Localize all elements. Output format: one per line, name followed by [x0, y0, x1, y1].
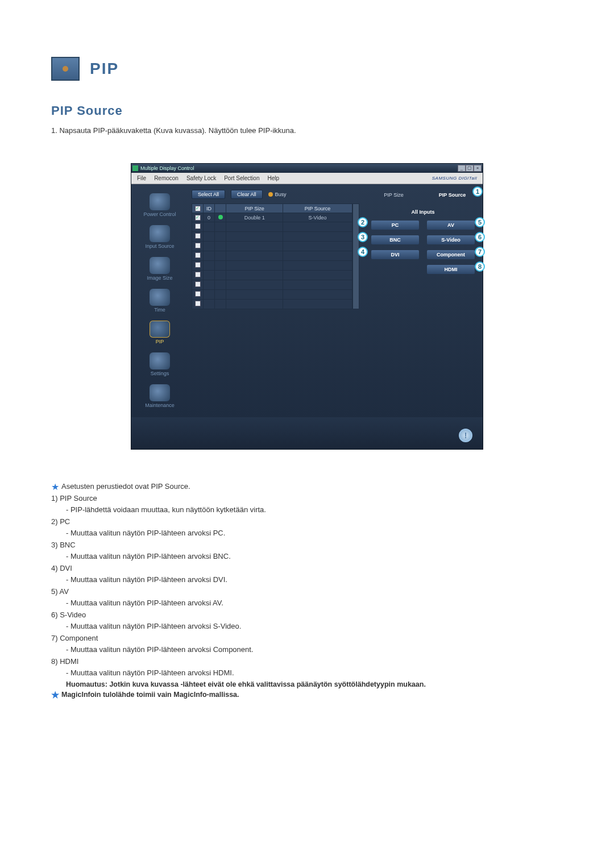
info-icon: !: [459, 429, 472, 442]
busy-dot-icon: [268, 192, 273, 197]
table-row[interactable]: [192, 280, 352, 290]
sidebar: Power Control Input Source Image Size Ti…: [131, 184, 188, 417]
power-icon: [150, 193, 170, 210]
input-bnc-button[interactable]: BNC: [371, 235, 419, 244]
section-instruction: 1. Napsauta PIP-pääkuvaketta (Kuva kuvas…: [51, 126, 563, 135]
busy-indicator: Busy: [268, 192, 287, 197]
row-checkbox[interactable]: [195, 281, 201, 287]
table-row[interactable]: [192, 261, 352, 271]
item-desc: - Muuttaa valitun näytön PIP-lähteen arv…: [51, 574, 563, 585]
table-row[interactable]: [192, 290, 352, 300]
row-checkbox[interactable]: [195, 215, 201, 221]
table-row[interactable]: [192, 242, 352, 251]
item-title: PC: [60, 517, 70, 526]
table-row[interactable]: [192, 222, 352, 232]
input-hdmi-button[interactable]: HDMI: [427, 265, 475, 274]
menu-file[interactable]: File: [137, 175, 146, 181]
item-desc: - Muuttaa valitun näytön PIP-lähteen arv…: [51, 551, 563, 562]
callout-badge-2: 2: [358, 217, 368, 227]
clear-all-button[interactable]: Clear All: [231, 190, 263, 199]
row-checkbox[interactable]: [195, 291, 201, 297]
sidebar-item-maintenance[interactable]: Maintenance: [134, 381, 185, 412]
row-checkbox[interactable]: [195, 243, 201, 248]
callout-badge-4: 4: [358, 247, 368, 257]
maximize-button[interactable]: ▢: [466, 165, 474, 172]
callout-badge-3: 3: [358, 232, 368, 242]
app-window: Multiple Display Control _ ▢ × File Remo…: [131, 163, 483, 450]
sidebar-item-label: Power Control: [143, 211, 176, 217]
item-title: HDMI: [60, 657, 78, 666]
input-component-button[interactable]: Component: [427, 250, 475, 259]
item-number: 1): [51, 494, 58, 502]
sidebar-item-time[interactable]: Time: [134, 285, 185, 316]
table-row[interactable]: [192, 300, 352, 309]
item-title: Component: [60, 634, 98, 642]
sidebar-item-label: Input Source: [145, 243, 174, 249]
tab-pip-size[interactable]: PIP Size: [367, 190, 421, 200]
window-title: Multiple Display Control: [140, 165, 194, 171]
item-title: BNC: [60, 541, 75, 549]
content-area: Select All Clear All Busy ID PIP Size PI…: [188, 184, 363, 417]
col-pip-size: PIP Size: [226, 204, 283, 213]
item-number: 7): [51, 634, 58, 642]
item-desc: - PIP-lähdettä voidaan muuttaa, kun näyt…: [51, 504, 563, 516]
cell-pip-source: S-Video: [283, 213, 352, 222]
pip-header-icon: [51, 57, 80, 81]
star-icon: ★: [51, 690, 59, 700]
callout-badge-1: 1: [472, 186, 483, 197]
cell-pip-size: Double 1: [226, 213, 283, 222]
menu-safety-lock[interactable]: Safety Lock: [186, 175, 216, 181]
col-checkbox: [192, 204, 204, 213]
sidebar-item-settings[interactable]: Settings: [134, 349, 185, 380]
menu-port-selection[interactable]: Port Selection: [224, 175, 259, 181]
menu-help[interactable]: Help: [267, 175, 279, 181]
item-title: DVI: [60, 564, 72, 572]
table-row[interactable]: 0 Double 1 S-Video: [192, 213, 352, 222]
cell-id: 0: [204, 213, 215, 222]
sidebar-item-image[interactable]: Image Size: [134, 254, 185, 284]
item-title: S-Video: [60, 610, 86, 619]
table-row[interactable]: [192, 271, 352, 280]
row-checkbox[interactable]: [195, 252, 201, 258]
right-panel: PIP Size PIP Source All Inputs PC AV BNC…: [363, 184, 483, 417]
sidebar-item-power[interactable]: Power Control: [134, 190, 185, 221]
time-icon: [150, 289, 170, 306]
input-pc-button[interactable]: PC: [371, 221, 419, 230]
section-title: PIP Source: [51, 103, 563, 118]
row-checkbox[interactable]: [195, 301, 201, 306]
row-checkbox[interactable]: [195, 233, 201, 239]
item-number: 5): [51, 587, 58, 596]
description-section: ★Asetusten perustiedot ovat PIP Source. …: [51, 481, 563, 700]
select-all-button[interactable]: Select All: [192, 190, 225, 199]
table-row[interactable]: [192, 251, 352, 261]
item-desc: - Muuttaa valitun näytön PIP-lähteen arv…: [51, 644, 563, 655]
tab-pip-source[interactable]: PIP Source: [425, 190, 479, 200]
item-number: 4): [51, 564, 58, 572]
row-checkbox[interactable]: [195, 272, 201, 277]
sidebar-item-label: Time: [154, 307, 165, 313]
item-desc: - Muuttaa valitun näytön PIP-lähteen arv…: [51, 621, 563, 632]
minimize-button[interactable]: _: [458, 165, 466, 172]
item-number: 6): [51, 610, 58, 619]
input-dvi-button[interactable]: DVI: [371, 250, 419, 259]
title-bar: Multiple Display Control _ ▢ ×: [131, 164, 483, 173]
col-id: ID: [204, 204, 215, 213]
menu-remocon[interactable]: Remocon: [154, 175, 179, 181]
magicinfo-note: MagicInfoin tulolähde toimii vain MagicI…: [61, 691, 239, 699]
settings-icon: [150, 352, 170, 369]
close-button[interactable]: ×: [474, 165, 482, 172]
header-checkbox-icon: [195, 206, 201, 211]
table-row[interactable]: [192, 232, 352, 242]
input-av-button[interactable]: AV: [427, 221, 475, 230]
sidebar-item-pip[interactable]: PIP: [134, 317, 185, 348]
desc-intro: Asetusten perustiedot ovat PIP Source.: [61, 482, 190, 491]
row-checkbox[interactable]: [195, 262, 201, 268]
sidebar-item-input[interactable]: Input Source: [134, 222, 185, 252]
input-svideo-button[interactable]: S-Video: [427, 235, 475, 244]
item-desc: - Muuttaa valitun näytön PIP-lähteen arv…: [51, 597, 563, 609]
item-desc: - Muuttaa valitun näytön PIP-lähteen arv…: [51, 528, 563, 539]
row-checkbox[interactable]: [195, 223, 201, 229]
sidebar-item-label: Settings: [151, 371, 169, 376]
pip-icon: [150, 321, 170, 338]
item-number: 2): [51, 517, 58, 526]
